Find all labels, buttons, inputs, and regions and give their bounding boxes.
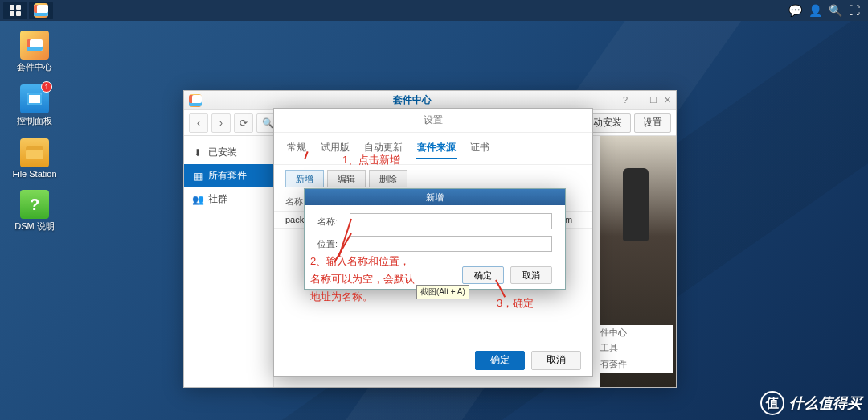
icon-label: File Station [12,169,56,179]
sidebar-item-label: 社群 [208,192,227,206]
sidebar-item-all[interactable]: ▦ 所有套件 [184,164,273,187]
apps-icon [10,5,21,16]
panel-snippet: 件中心 工具 有套件 [600,325,673,373]
sidebar: ⬇ 已安装 ▦ 所有套件 👥 社群 [184,136,274,387]
window-close-button[interactable]: ✕ [664,95,671,105]
ok-button[interactable]: 确定 [475,351,525,370]
add-ok-button[interactable]: 确定 [462,266,504,284]
reload-button[interactable]: ⟳ [234,113,253,133]
icon-label: DSM 说明 [14,220,55,233]
window-help-button[interactable]: ? [623,95,628,105]
file-station-icon [20,138,49,167]
people-icon: 👥 [192,194,203,205]
watermark-text: 什么值得买 [789,393,862,413]
window-maximize-button[interactable]: ☐ [649,95,657,105]
help-icon: ? [20,190,49,219]
icon-label: 控制面板 [17,115,52,127]
sidebar-item-label: 已安装 [208,146,237,159]
taskbar: 💬 👤 🔍 ⛶ [0,0,868,21]
search-icon: 🔍 [262,117,274,129]
tab-auto-update[interactable]: 自动更新 [362,138,404,159]
desktop-icon-package-center[interactable]: 套件中心 [10,31,59,73]
back-button[interactable]: ‹ [189,113,208,133]
tab-package-sources[interactable]: 套件来源 [416,138,457,159]
location-label: 位置: [317,238,343,250]
download-icon: ⬇ [192,147,203,159]
forward-button[interactable]: › [211,113,231,133]
control-panel-icon: 1 [20,84,49,113]
taskbar-pkg-button[interactable] [29,2,53,19]
grid-icon: ▦ [192,171,203,182]
add-button[interactable]: 新增 [285,170,324,187]
fullscreen-icon[interactable]: ⛶ [849,4,860,17]
settings-tabs: 常规 试用版 自动更新 套件来源 证书 [274,133,592,165]
name-input[interactable] [350,213,552,229]
tab-general[interactable]: 常规 [285,138,308,159]
delete-button[interactable]: 删除 [369,170,407,187]
edit-button[interactable]: 编辑 [327,170,366,187]
cancel-button[interactable]: 取消 [531,351,581,370]
screenshot-tooltip: 截图(Alt + A) [416,285,469,299]
taskbar-apps-button[interactable] [3,2,27,19]
package-center-icon [20,31,49,60]
window-title: 套件中心 [202,93,623,107]
window-minimize-button[interactable]: — [634,95,643,105]
name-label: 名称: [317,216,343,228]
search-tray-icon[interactable]: 🔍 [829,4,842,17]
sidebar-item-community[interactable]: 👥 社群 [184,187,273,211]
add-dialog-title: 新增 [305,189,565,205]
package-center-icon [34,3,48,18]
user-icon[interactable]: 👤 [809,4,822,17]
notification-badge: 1 [41,81,52,93]
window-icon [189,94,202,107]
sidebar-item-installed[interactable]: ⬇ 已安装 [184,141,273,164]
desktop-icons: 套件中心 1 控制面板 File Station ? DSM 说明 [10,31,59,233]
chat-icon[interactable]: 💬 [788,4,802,17]
sidebar-item-label: 所有套件 [208,169,247,183]
desktop-icon-help[interactable]: ? DSM 说明 [10,190,59,233]
tab-beta[interactable]: 试用版 [319,138,351,159]
icon-label: 套件中心 [17,61,52,73]
add-source-dialog: 新增 名称: 位置: 确定 取消 [304,188,566,290]
desktop-icon-file-station[interactable]: File Station [10,138,59,179]
location-input[interactable] [350,236,552,252]
dialog-title: 设置 [274,109,592,133]
desktop-icon-control-panel[interactable]: 1 控制面板 [10,84,59,127]
watermark: 值 什么值得买 [760,391,862,415]
settings-button[interactable]: 设置 [634,113,671,133]
watermark-badge-icon: 值 [760,391,784,415]
add-cancel-button[interactable]: 取消 [510,266,552,284]
tab-certificate[interactable]: 证书 [469,138,491,159]
